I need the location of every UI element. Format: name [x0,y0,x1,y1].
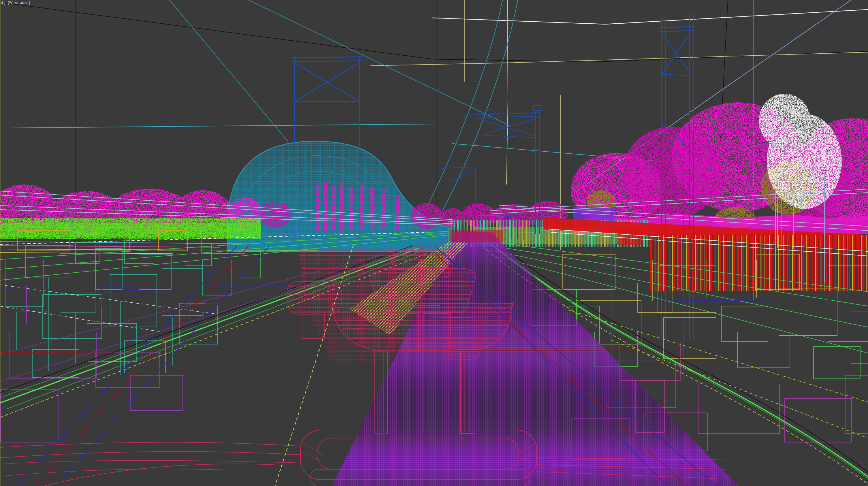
red-fence-row [650,235,868,291]
3d-viewport[interactable]: d ] [Wireframe ] [0,0,868,486]
viewport-label[interactable]: d ] [Wireframe ] [1,0,30,5]
wireframe-scene [0,0,868,486]
green-vegetation-strip [0,218,261,239]
